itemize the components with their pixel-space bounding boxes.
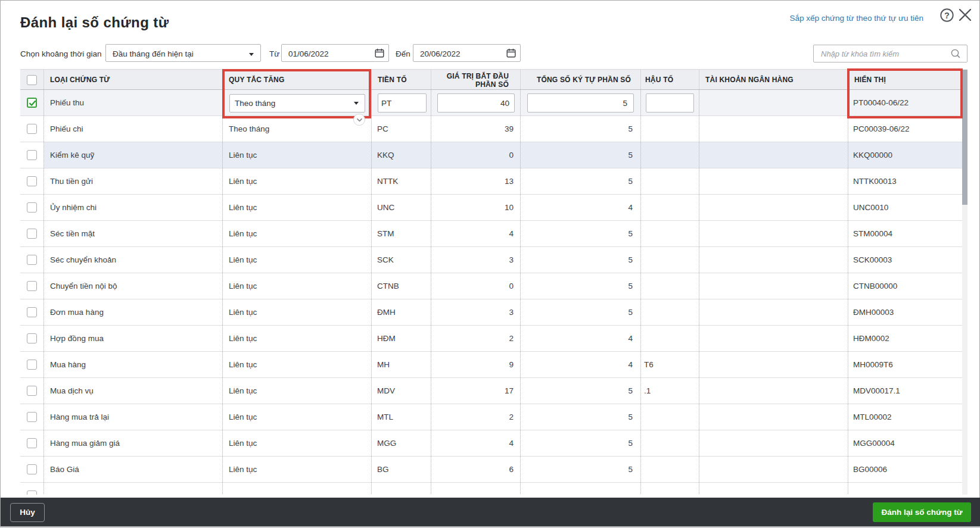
- svg-text:?: ?: [944, 11, 950, 20]
